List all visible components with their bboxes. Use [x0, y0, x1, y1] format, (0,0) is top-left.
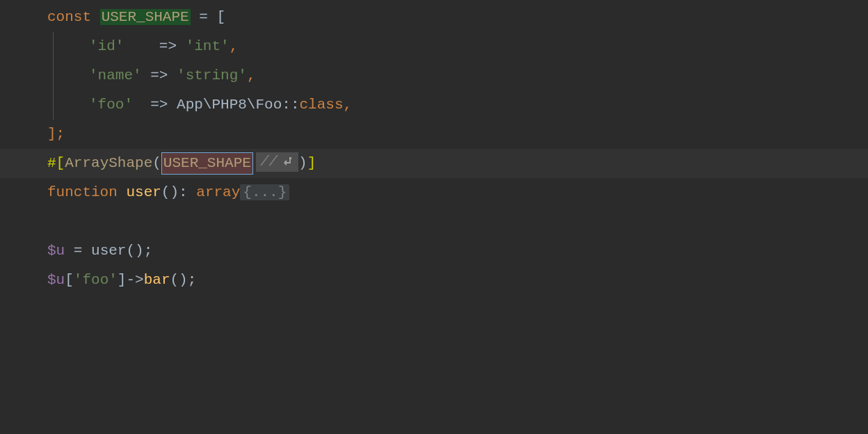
- call-end: ();: [126, 243, 152, 259]
- comma: ,: [230, 38, 239, 54]
- code-line[interactable]: 'foo' => App\PHP8\Foo::class,: [0, 90, 868, 120]
- code-line[interactable]: $u = user();: [0, 236, 868, 266]
- enter-key-icon: [282, 157, 293, 167]
- comma: ,: [344, 97, 353, 113]
- attr-close: ]: [307, 155, 316, 171]
- bracket-close: ];: [47, 126, 65, 142]
- comma: ,: [247, 67, 256, 83]
- keyword-array: array: [196, 184, 240, 200]
- attr-open: #[: [47, 155, 65, 171]
- string-literal: 'name': [89, 67, 142, 83]
- function-call: user: [91, 243, 126, 259]
- code-line[interactable]: function user(): array{...}: [0, 178, 868, 207]
- keyword-function: function: [47, 184, 126, 200]
- bracket-close: ]: [118, 272, 127, 288]
- string-literal: 'string': [177, 67, 247, 83]
- string-literal: 'foo': [89, 97, 133, 113]
- assign-op: =: [65, 243, 91, 259]
- call-end: ();: [170, 272, 196, 288]
- paren-open: (: [152, 155, 161, 171]
- string-literal: 'foo': [74, 272, 118, 288]
- method-call: bar: [144, 272, 170, 288]
- code-fold-indicator[interactable]: {...}: [240, 184, 289, 200]
- code-line-active[interactable]: #[ArrayShape(USER_SHAPE//)]: [0, 149, 868, 178]
- code-line[interactable]: 'name' => 'string',: [0, 61, 868, 90]
- code-line[interactable]: $u['foo']->bar();: [0, 266, 868, 295]
- string-literal: 'id': [89, 38, 124, 54]
- code-editor[interactable]: const USER_SHAPE = [ 'id' => 'int', 'nam…: [0, 0, 868, 295]
- variable: $u: [47, 272, 65, 288]
- constant-definition: USER_SHAPE: [100, 9, 191, 25]
- parameter-hint-pill[interactable]: //: [256, 152, 298, 172]
- code-line-blank[interactable]: [0, 207, 868, 236]
- keyword-const: const: [47, 9, 100, 25]
- svg-rect-0: [289, 157, 291, 159]
- slash-icon: //: [260, 147, 278, 177]
- parens: (): [161, 184, 179, 200]
- keyword-class: class: [300, 97, 344, 113]
- arrow-op: =>: [150, 97, 177, 113]
- constant-reference-selected[interactable]: USER_SHAPE: [161, 152, 253, 175]
- code-line[interactable]: 'id' => 'int',: [0, 32, 868, 61]
- function-name: user: [126, 184, 161, 200]
- arrow-op: =>: [150, 38, 185, 54]
- object-arrow-op: ->: [126, 272, 143, 288]
- code-line[interactable]: ];: [0, 120, 868, 149]
- namespace: App\PHP8\Foo: [177, 97, 282, 113]
- double-colon: ::: [282, 97, 299, 113]
- string-literal: 'int': [186, 38, 230, 54]
- bracket-open: [: [65, 272, 74, 288]
- colon: :: [179, 184, 196, 200]
- text: = [: [191, 9, 225, 25]
- paren-close: ): [298, 155, 307, 171]
- arrow-op: =>: [150, 67, 177, 83]
- code-line[interactable]: const USER_SHAPE = [: [0, 3, 868, 32]
- attribute-name: ArrayShape: [65, 155, 152, 171]
- variable: $u: [47, 243, 65, 259]
